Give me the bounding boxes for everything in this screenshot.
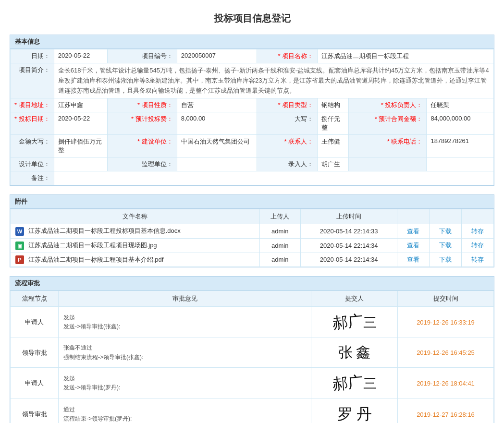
budget-value: 8,000.00 (177, 112, 257, 135)
remark-label: 备注： (11, 171, 54, 185)
flow-comment-text: 发起 (63, 313, 306, 322)
table-row: 项目简介： 全长618千米，管线年设计总输量545万吨，包括扬子-泰州、扬子-新… (11, 63, 494, 98)
attachments-header-row: 文件名称 上传人 上传时间 (11, 209, 494, 224)
col-filename: 文件名称 (11, 209, 260, 224)
remark-value (54, 171, 493, 185)
attachments-header: 附件 (10, 195, 494, 209)
workflow-section: 流程审批 流程节点 审批意见 提交人 提交时间 申请人 发起 发送->领导审批(… (10, 276, 494, 423)
contract-amount-label: * 预计合同金额： (348, 112, 427, 135)
file-name: 江苏成品油二期项目一标段工程项目基本介绍.pdf (28, 256, 164, 263)
desc-label: 项目简介： (11, 63, 54, 98)
flow-route-text: 发送->领导审批(罗丹): (63, 383, 306, 392)
recorder-value: 胡广生 (318, 157, 349, 171)
empty-label (348, 157, 427, 171)
flow-time: 2019-12-27 16:28:16 (398, 399, 494, 423)
table-row: 金额大写： 捌仟肆佰伍万元整 * 建设单位： 中国石油天然气集团公司 * 联系人… (11, 135, 494, 157)
flow-comment: 张鑫不通过 强制结束流程->领导审批(张鑫): (59, 338, 311, 368)
download-link[interactable]: 下载 (439, 242, 452, 249)
col-comment: 审批意见 (59, 291, 311, 307)
amount-big-value: 捌仟肆佰伍万元整 (54, 135, 108, 157)
col-download (430, 209, 462, 224)
workflow-table: 流程节点 审批意见 提交人 提交时间 申请人 发起 发送->领导审批(张鑫): … (10, 290, 494, 423)
basic-info-header: 基本信息 (10, 35, 494, 49)
flow-comment: 通过 流程结束->领导审批(罗丹): (59, 399, 311, 423)
file-download-link[interactable]: 下载 (430, 238, 462, 253)
supervise-unit-label: 监理单位： (108, 157, 177, 171)
download-link[interactable]: 下载 (439, 256, 452, 263)
date-value: 2020-05-22 (54, 49, 108, 63)
page-title: 投标项目信息登记 (10, 5, 494, 35)
file-download-link[interactable]: 下载 (430, 253, 462, 267)
file-view-link[interactable]: 查看 (397, 238, 430, 253)
flow-route-text: 发送->领导审批(张鑫): (63, 322, 306, 331)
design-unit-label: 设计单位： (11, 157, 54, 171)
flow-comment-text: 张鑫不通过 (63, 343, 306, 352)
save-link[interactable]: 转存 (471, 228, 484, 235)
list-item: ▣ 江苏成品油二期项目一标段工程项目现场图.jpg admin 2020-05-… (11, 238, 494, 253)
table-row: 备注： (11, 171, 494, 185)
file-type-icon: P (15, 255, 24, 264)
flow-signature-cell: 罗 丹 (311, 399, 398, 423)
bid-date-value: 2020-05-22 (54, 112, 108, 135)
address-value: 江苏申鑫 (54, 98, 108, 112)
file-uploader: admin (259, 224, 300, 239)
contract-amount-value: 84,000,000.00 (427, 112, 494, 135)
col-time-header: 提交时间 (398, 291, 494, 307)
view-link[interactable]: 查看 (407, 228, 419, 235)
file-download-link[interactable]: 下载 (430, 224, 462, 239)
project-name-label: * 项目名称： (257, 49, 317, 63)
flow-comment-text: 发起 (63, 374, 306, 383)
nature-label: * 项目性质： (108, 98, 177, 112)
view-link[interactable]: 查看 (407, 242, 419, 249)
flow-route-text: 强制结束流程->领导审批(张鑫): (63, 353, 306, 362)
flow-time: 2019-12-26 18:04:41 (398, 368, 494, 399)
amount-words-label: 大写： (257, 112, 317, 135)
view-link[interactable]: 查看 (407, 256, 419, 263)
flow-route-text: 流程结束->领导审批(罗丹): (63, 414, 306, 423)
flow-node: 领导审批 (11, 399, 59, 423)
contact-value: 王伟健 (318, 135, 349, 157)
budget-label: * 预计投标费： (108, 112, 177, 135)
design-unit-value (54, 157, 108, 171)
file-view-link[interactable]: 查看 (397, 224, 430, 239)
workflow-row: 领导审批 张鑫不通过 强制结束流程->领导审批(张鑫): 张 鑫 2019-12… (11, 338, 494, 368)
file-name: 江苏成品油二期项目一标段工程项目现场图.jpg (28, 242, 157, 249)
flow-signature-cell: 郝广三 (311, 307, 398, 338)
file-uploader: admin (259, 253, 300, 267)
table-row: 日期： 2020-05-22 项目编号： 2020050007 * 项目名称： … (11, 49, 494, 63)
flow-signature-cell: 张 鑫 (311, 338, 398, 368)
col-uploader: 上传人 (259, 209, 300, 224)
workflow-row: 申请人 发起 发送->领导审批(张鑫): 郝广三 2019-12-26 16:3… (11, 307, 494, 338)
save-link[interactable]: 转存 (471, 256, 484, 263)
list-item: P 江苏成品油二期项目一标段工程项目基本介绍.pdf admin 2020-05… (11, 253, 494, 267)
workflow-row: 领导审批 通过 流程结束->领导审批(罗丹): 罗 丹 2019-12-27 1… (11, 399, 494, 423)
workflow-header-row: 流程节点 审批意见 提交人 提交时间 (11, 291, 494, 307)
flow-node: 申请人 (11, 368, 59, 399)
save-link[interactable]: 转存 (471, 242, 484, 249)
desc-value: 全长618千米，管线年设计总输量545万吨，包括扬子-泰州、扬子-新沂两条干线和… (54, 63, 493, 98)
supervise-unit-value (177, 157, 257, 171)
project-name-value: 江苏成品油二期项目一标段工程 (318, 49, 494, 63)
download-link[interactable]: 下载 (439, 228, 452, 235)
file-type-icon: W (15, 227, 24, 236)
workflow-row: 申请人 发起 发送->领导审批(罗丹): 郝广三 2019-12-26 18:0… (11, 368, 494, 399)
flow-signature-cell: 郝广三 (311, 368, 398, 399)
build-unit-label: * 建设单位： (108, 135, 177, 157)
file-name-cell: ▣ 江苏成品油二期项目一标段工程项目现场图.jpg (11, 238, 260, 253)
flow-time: 2019-12-26 16:45:25 (398, 338, 494, 368)
col-save (462, 209, 494, 224)
file-save-link[interactable]: 转存 (462, 238, 494, 253)
file-name-cell: W 江苏成品油二期项目一标段工程投标项目基本信息.docx (11, 224, 260, 239)
table-row: 设计单位： 监理单位： 录入人： 胡广生 (11, 157, 494, 171)
file-save-link[interactable]: 转存 (462, 253, 494, 267)
empty-value (427, 157, 494, 171)
type-label: * 项目类型： (257, 98, 317, 112)
type-value: 钢结构 (318, 98, 349, 112)
file-save-link[interactable]: 转存 (462, 224, 494, 239)
file-view-link[interactable]: 查看 (397, 253, 430, 267)
phone-value: 18789278261 (427, 135, 494, 157)
contact-label: * 联系人： (257, 135, 317, 157)
col-view (397, 209, 430, 224)
workflow-header: 流程审批 (10, 277, 494, 290)
file-type-icon: ▣ (15, 242, 24, 250)
